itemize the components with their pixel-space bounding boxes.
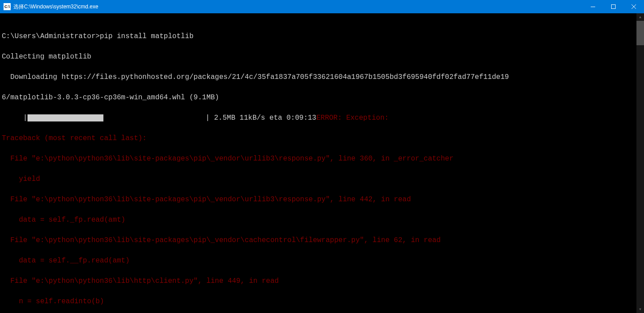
progress-fill: [78, 114, 87, 121]
terminal[interactable]: C:\Users\Administrator>pip install matpl…: [0, 13, 636, 313]
progress-fill: [95, 114, 103, 121]
traceback-line: yield: [2, 174, 636, 184]
progress-line: | | 2.5MB 11kB/s eta 0:09:13ERROR: Excep…: [2, 113, 636, 123]
traceback-line: File "e:\python\python36\lib\site-packag…: [2, 235, 636, 246]
traceback-line: File "e:\python\python36\lib\site-packag…: [2, 154, 636, 164]
progress-fill: [61, 114, 70, 121]
minimize-button[interactable]: [583, 0, 603, 13]
error-label: ERROR: Exception:: [316, 114, 389, 122]
title-bar: C:\ 选择C:\Windows\system32\cmd.exe: [0, 0, 644, 13]
terminal-line: C:\Users\Administrator>pip install matpl…: [2, 31, 636, 42]
cmd-icon: C:\: [4, 3, 11, 10]
traceback-line: n = self.readinto(b): [2, 297, 636, 307]
progress-fill: [36, 114, 44, 121]
scrollbar-down-arrow[interactable]: ▼: [636, 305, 644, 313]
scrollbar-up-arrow[interactable]: ▲: [636, 13, 644, 21]
progress-fill: [44, 114, 53, 121]
traceback-line: File "e:\python\python36\lib\http\client…: [2, 276, 636, 286]
traceback-line: data = self.__fp.read(amt): [2, 256, 636, 266]
scrollbar-track[interactable]: ▲ ▼: [636, 13, 644, 313]
progress-prefix: |: [2, 114, 28, 122]
progress-fill: [28, 114, 36, 121]
terminal-line: 6/matplotlib-3.0.3-cp36-cp36m-win_amd64.…: [2, 93, 636, 103]
progress-fill: [87, 114, 95, 121]
scrollbar-thumb[interactable]: [636, 21, 644, 45]
close-button[interactable]: [624, 0, 644, 13]
progress-fill: [53, 114, 61, 121]
traceback-line: data = self._fp.read(amt): [2, 215, 636, 225]
minimize-icon: [591, 7, 595, 7]
traceback-line: Traceback (most recent call last):: [2, 133, 636, 144]
close-icon: [632, 4, 636, 9]
terminal-line: Collecting matplotlib: [2, 52, 636, 62]
terminal-line: Downloading https://files.pythonhosted.o…: [2, 72, 636, 82]
terminal-container: C:\Users\Administrator>pip install matpl…: [0, 13, 644, 313]
progress-fill: [70, 114, 78, 121]
maximize-icon: [611, 4, 616, 9]
progress-stats: | 2.5MB 11kB/s eta 0:09:13: [103, 114, 316, 122]
window-title: 选择C:\Windows\system32\cmd.exe: [13, 3, 583, 11]
maximize-button[interactable]: [603, 0, 624, 13]
traceback-line: File "e:\python\python36\lib\site-packag…: [2, 195, 636, 205]
window-controls: [583, 0, 644, 13]
svg-rect-0: [591, 7, 595, 7]
svg-rect-1: [612, 5, 616, 9]
